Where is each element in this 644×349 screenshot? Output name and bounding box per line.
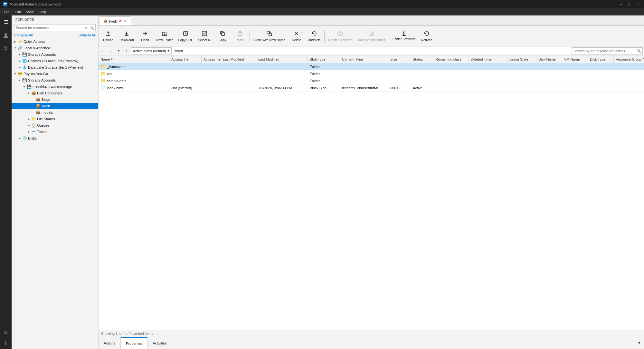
tab-pin-icon[interactable]: 📌	[118, 20, 122, 23]
svg-rect-27	[369, 32, 374, 35]
col-header-name[interactable]: Name ▼	[99, 55, 169, 63]
tab-activities[interactable]: Activities	[147, 337, 172, 349]
close-button[interactable]: ✕	[634, 1, 641, 7]
col-header-status[interactable]: Status	[411, 55, 433, 63]
tree-item-mlnetblazorwasmstorage[interactable]: ▼💾mlnetblazorwasmstorage	[12, 83, 98, 90]
manage-snapshots-icon	[368, 30, 374, 38]
download-btn[interactable]: Download	[117, 27, 136, 45]
col-header-content-type[interactable]: Content Type	[340, 55, 388, 63]
dropdown-button[interactable]: ▾	[115, 47, 122, 54]
tree-item-storage-accounts-main[interactable]: ▼💾Storage Accounts	[12, 77, 98, 83]
tree-item-icon: 📁	[31, 116, 36, 121]
svg-rect-4	[5, 47, 7, 49]
col-header-disk-type[interactable]: Disk Type	[588, 55, 614, 63]
tree-item-storage-accounts-top[interactable]: ▶💾Storage Accounts	[12, 51, 98, 58]
col-header-lease[interactable]: Lease State	[507, 55, 536, 63]
tree-item-disks[interactable]: ▶💿Disks	[12, 135, 98, 141]
tree-item-label: Queues	[37, 123, 50, 127]
tree-item-label: Pay-As-You-Go	[24, 72, 48, 76]
search-clear-icon[interactable]: ✕	[82, 24, 89, 31]
prefix-search-icon[interactable]: 🔍	[637, 49, 641, 53]
collapse-all-btn[interactable]: Collapse All	[14, 33, 33, 37]
delete-btn[interactable]: Delete	[288, 27, 305, 45]
col-header-vm-name[interactable]: VM Name	[562, 55, 588, 63]
tab-close-icon[interactable]: ✕	[123, 19, 128, 24]
table-row[interactable]: 📄index.htmlHot (inferred)3/1/2020, 3:06:…	[99, 84, 644, 92]
restore-button[interactable]: □	[625, 1, 633, 7]
tree-item-icon: 🔗	[17, 45, 23, 51]
tree-item-icon: 💧	[22, 65, 27, 70]
chevron-icon: ▶	[26, 123, 31, 128]
hamburger-icon[interactable]: ☰	[1, 17, 11, 27]
table-row[interactable]: 📁_frameworkFolder	[99, 63, 644, 70]
create-snapshot-label: Create Snapshot	[328, 38, 352, 42]
col-content-type-label: Content Type	[342, 57, 363, 61]
manage-snapshots-btn[interactable]: Manage Snapshots	[355, 27, 387, 45]
col-header-last-mod[interactable]: Last Modified	[256, 55, 308, 63]
new-folder-btn[interactable]: New Folder	[154, 27, 175, 45]
tab-actions[interactable]: Actions	[99, 337, 121, 349]
tree-item-models[interactable]: 📦models	[12, 109, 98, 116]
back-button[interactable]: ←	[100, 47, 107, 54]
col-header-access-tier-mod[interactable]: Access Tier Last Modified	[202, 55, 256, 63]
col-header-remaining[interactable]: Remaining Days	[433, 55, 469, 63]
download-label: Download	[119, 38, 134, 42]
forward-button[interactable]: →	[108, 47, 115, 54]
menu-file[interactable]: File	[1, 9, 12, 15]
bottom-panel-close-btn[interactable]: ▼	[636, 340, 643, 347]
search-input[interactable]	[14, 26, 82, 30]
tree-item-queues[interactable]: ▶📋Queues	[12, 122, 98, 129]
up-button[interactable]: ↑	[123, 47, 130, 54]
separator3	[389, 30, 389, 43]
gear-icon[interactable]: ⚙	[1, 327, 11, 337]
refresh-all-btn[interactable]: Refresh All	[79, 33, 96, 37]
tree-item-cosmos-db[interactable]: ▶🌐Cosmos DB Accounts (Preview)	[12, 58, 98, 64]
copy-btn[interactable]: Copy	[214, 27, 231, 45]
sweb-tab[interactable]: 📦 $web 📌 ✕	[100, 16, 131, 25]
tab-properties[interactable]: Properties	[121, 337, 147, 349]
menu-view[interactable]: View	[24, 9, 36, 15]
folder-statistics-btn[interactable]: Σ Folder Statistics	[390, 27, 418, 45]
undelete-btn[interactable]: Undelete	[306, 27, 323, 45]
tree-item-blob-containers[interactable]: ▼📦Blob Containers	[12, 90, 98, 96]
table-row[interactable]: 📁sample-dataFolder	[99, 77, 644, 84]
menu-help[interactable]: Help	[36, 9, 49, 15]
refresh-toolbar-btn[interactable]: Refresh	[418, 27, 435, 45]
col-access-tier-label: Access Tier	[171, 57, 190, 61]
info-icon[interactable]: ℹ	[1, 338, 11, 348]
menu-edit[interactable]: Edit	[12, 9, 24, 15]
col-header-deleted[interactable]: Deleted Time	[469, 55, 507, 63]
tree-item-file-shares[interactable]: ▶📁File Shares	[12, 116, 98, 122]
select-all-btn[interactable]: Select All	[196, 27, 213, 45]
minimize-button[interactable]: ─	[617, 1, 625, 7]
tree-item-quick-access[interactable]: ▶⚡Quick Access	[12, 38, 98, 45]
search-submit-icon[interactable]: 🔍	[89, 24, 95, 31]
paste-btn[interactable]: Paste	[232, 27, 248, 45]
tree-item-pay-as-you-go[interactable]: ▼💳Pay-As-You-Go	[12, 71, 98, 77]
delete-icon	[293, 30, 300, 38]
person-icon[interactable]	[1, 30, 11, 41]
open-icon	[142, 30, 148, 38]
tree-item-tables[interactable]: ▶🗃Tables	[12, 129, 98, 135]
col-header-size[interactable]: Size	[388, 55, 411, 63]
col-header-disk-name[interactable]: Disk Name	[536, 55, 562, 63]
prefix-search-input[interactable]	[573, 49, 637, 53]
col-header-blob-type[interactable]: Blob Type	[308, 55, 340, 63]
active-blobs-dropdown[interactable]: Active blobs (default) ▾	[131, 47, 172, 54]
tree-item-data-lake[interactable]: ▶💧Data Lake Storage Gen1 (Preview)	[12, 64, 98, 71]
col-header-access-tier[interactable]: Access Tier	[169, 55, 202, 63]
col-header-rg-name[interactable]: Resource Group Name	[614, 55, 644, 63]
create-snapshot-btn[interactable]: Create Snapshot	[326, 27, 355, 45]
clone-btn[interactable]: Clone with New Name	[251, 27, 288, 45]
open-btn[interactable]: Open	[137, 27, 153, 45]
plug-icon[interactable]	[1, 44, 11, 54]
table-row[interactable]: 📁cssFolder	[99, 70, 644, 77]
tree-item-icon: 📦	[31, 91, 36, 96]
upload-btn[interactable]: Upload	[100, 27, 117, 45]
copy-url-btn[interactable]: Copy URL	[176, 27, 195, 45]
tree-item-slogs[interactable]: 📦$logs	[12, 96, 98, 103]
tree-item-label: models	[42, 111, 53, 114]
tree-item-label: Quick Access	[24, 40, 45, 44]
tree-item-sweb[interactable]: 📦$web	[12, 103, 98, 109]
tree-item-local-attached[interactable]: ▼🔗Local & Attached	[12, 45, 98, 51]
